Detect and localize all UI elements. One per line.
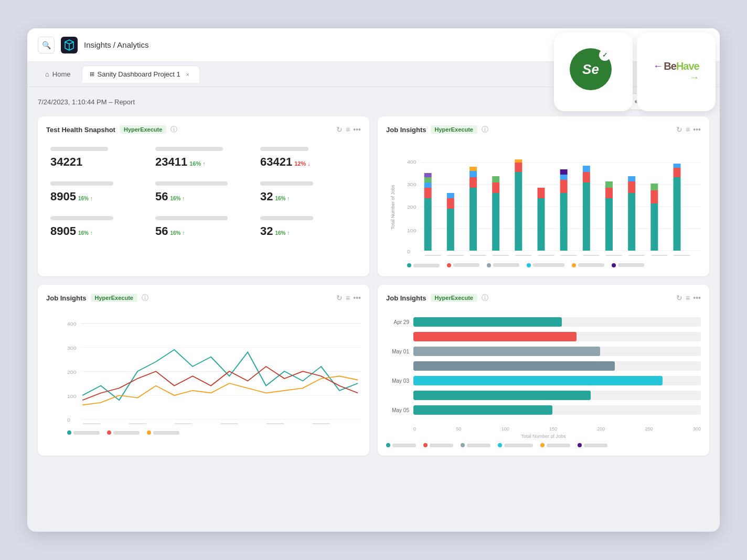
svg-rect-12 (424, 188, 432, 198)
cell-label-bar-5 (260, 181, 313, 186)
hbar-legend-2 (461, 443, 490, 447)
svg-rect-52 (469, 255, 487, 256)
job-insights-hbar-info-icon[interactable]: ⓘ (482, 293, 488, 303)
test-health-badge: HyperExecute (120, 125, 166, 134)
svg-rect-36 (583, 172, 590, 182)
job-insights-line-title-group: Job Insights HyperExecute ⓘ (46, 293, 148, 303)
job-insights-hbar-more-icon[interactable]: ••• (693, 294, 701, 302)
job-insights-line-refresh-icon[interactable]: ↻ (336, 294, 343, 302)
cell-value-6: 8905 16% ↑ (50, 224, 147, 238)
job-insights-bar-chart-wrapper: Total Number of Jobs 0 100 200 300 400 (386, 141, 701, 268)
svg-rect-27 (515, 163, 522, 172)
svg-rect-23 (492, 193, 499, 251)
tab-close-button[interactable]: × (184, 70, 192, 79)
svg-rect-47 (674, 177, 681, 251)
line-legend-dot-0 (67, 430, 71, 435)
hbar-fill-2 (413, 347, 600, 356)
hbar-legend-dot-3 (498, 443, 502, 447)
svg-text:300: 300 (67, 346, 77, 351)
hbar-chart-area: Apr 29 May 01 (386, 309, 701, 447)
line-legend-dot-1 (107, 430, 111, 435)
home-tab-label: Home (52, 70, 71, 78)
legend-dot-3 (527, 263, 531, 267)
search-button[interactable]: 🔍 (38, 37, 55, 53)
job-insights-bar-filter-icon[interactable]: ≡ (686, 125, 690, 134)
legend-item-5 (612, 262, 644, 268)
svg-rect-76 (266, 423, 284, 424)
cell-label-bar-2 (260, 147, 308, 151)
hbar-legend-dot-5 (578, 443, 582, 447)
svg-rect-41 (628, 193, 635, 251)
job-insights-bar-legend (407, 262, 701, 268)
job-insights-line-header: Job Insights HyperExecute ⓘ ↻ ≡ ••• (46, 293, 361, 303)
svg-rect-13 (424, 182, 432, 188)
cell-label-bar-1 (155, 147, 223, 151)
test-health-more-icon[interactable]: ••• (353, 125, 361, 134)
hbar-legend-label-0 (392, 444, 416, 447)
main-window: 🔍 Insights / Analytics Se ✓ (27, 28, 720, 532)
snapshot-cell-8: 32 16% ↑ (256, 210, 361, 244)
svg-rect-40 (605, 181, 613, 188)
job-insights-hbar-title-group: Job Insights HyperExecute ⓘ (386, 293, 488, 303)
svg-text:100: 100 (67, 394, 77, 399)
job-insights-bar-title: Job Insights (386, 126, 426, 134)
job-insights-hbar-filter-icon[interactable]: ≡ (686, 294, 690, 302)
change-1: 16% ↑ (189, 160, 206, 167)
legend-label-3 (533, 263, 564, 267)
svg-rect-42 (628, 181, 635, 193)
legend-dot-4 (572, 263, 576, 267)
job-insights-hbar-controls: ↻ ≡ ••• (676, 294, 701, 302)
job-insights-bar-header: Job Insights HyperExecute ⓘ ↻ ≡ ••• (386, 125, 701, 134)
hbar-legend-dot-1 (423, 443, 428, 447)
hbar-fill-6 (413, 405, 552, 415)
hbar-row-6: May 05 (386, 405, 701, 415)
test-health-header: Test Health Snapshot HyperExecute ⓘ ↻ ≡ … (46, 125, 361, 134)
dashboard-grid: Test Health Snapshot HyperExecute ⓘ ↻ ≡ … (27, 116, 720, 466)
test-health-filter-icon[interactable]: ≡ (346, 125, 350, 134)
cell-label-bar-8 (260, 216, 313, 220)
hbar-label-4: May 03 (386, 378, 409, 384)
app-logo (61, 37, 78, 53)
job-insights-bar-y-axis-label: Total Number of Jobs (390, 185, 396, 229)
hbar-fill-0 (413, 317, 562, 327)
legend-dot-1 (447, 263, 451, 267)
svg-rect-56 (560, 255, 578, 256)
svg-rect-11 (424, 198, 432, 251)
line-legend-label-0 (73, 431, 100, 435)
svg-rect-34 (560, 169, 568, 175)
home-icon: ⌂ (45, 70, 49, 78)
job-insights-line-filter-icon[interactable]: ≡ (346, 294, 350, 302)
test-health-refresh-icon[interactable]: ↻ (336, 125, 343, 134)
svg-rect-58 (605, 255, 623, 256)
active-tab-label: Sanity Dashboard Project 1 (98, 70, 180, 78)
svg-rect-19 (469, 188, 477, 251)
top-bar-title: Insights / Analytics (84, 40, 148, 49)
svg-rect-28 (515, 159, 522, 163)
line-legend-dot-2 (147, 430, 151, 435)
tab-home[interactable]: ⌂ Home (38, 67, 78, 81)
snapshot-cell-0: 34221 (46, 141, 151, 175)
job-insights-bar-info-icon[interactable]: ⓘ (482, 125, 488, 134)
job-insights-bar-more-icon[interactable]: ••• (693, 125, 701, 134)
job-insights-bar-title-group: Job Insights HyperExecute ⓘ (386, 125, 488, 134)
hbar-legend-label-2 (467, 444, 490, 447)
svg-text:200: 200 (407, 204, 417, 210)
behave-logo: ← BeHave → (653, 60, 699, 83)
job-insights-line-info-icon[interactable]: ⓘ (142, 293, 148, 303)
job-insights-line-more-icon[interactable]: ••• (353, 294, 361, 302)
hbar-x-4: 200 (597, 426, 605, 432)
job-insights-line-widget: Job Insights HyperExecute ⓘ ↻ ≡ ••• 0 10… (38, 285, 369, 456)
job-insights-line-title: Job Insights (46, 294, 87, 302)
hbar-x-1: 50 (456, 426, 461, 432)
svg-rect-32 (560, 180, 568, 193)
tab-active[interactable]: ⊞ Sanity Dashboard Project 1 × (82, 66, 199, 83)
hbar-legend-label-5 (584, 444, 607, 447)
job-insights-hbar-title: Job Insights (386, 294, 426, 302)
job-insights-bar-refresh-icon[interactable]: ↻ (676, 125, 682, 134)
legend-dot-2 (487, 263, 491, 267)
legend-item-3 (527, 262, 564, 268)
test-health-info-icon[interactable]: ⓘ (170, 125, 177, 134)
job-insights-line-controls: ↻ ≡ ••• (336, 294, 361, 302)
change-3: 16% ↑ (78, 196, 93, 201)
job-insights-hbar-refresh-icon[interactable]: ↻ (676, 294, 682, 302)
